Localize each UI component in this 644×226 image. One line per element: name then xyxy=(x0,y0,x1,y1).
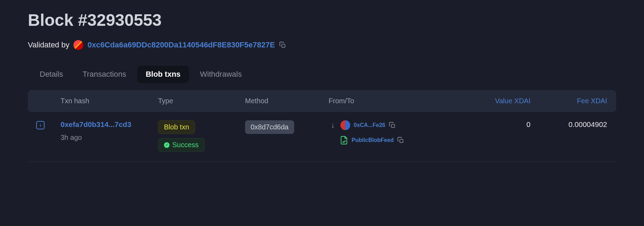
svg-rect-0 xyxy=(282,44,285,47)
status-label: Success xyxy=(172,141,199,149)
svg-point-1 xyxy=(40,124,41,125)
th-from-to: From/To xyxy=(329,97,461,105)
tab-details[interactable]: Details xyxy=(31,66,71,83)
check-icon: ✓ xyxy=(164,142,170,148)
time-ago: 3h ago xyxy=(61,134,158,142)
th-method: Method xyxy=(245,97,329,105)
copy-icon[interactable] xyxy=(397,137,404,144)
validated-by-label: Validated by xyxy=(28,40,69,50)
tab-transactions[interactable]: Transactions xyxy=(74,66,134,83)
validator-row: Validated by 0xc6Cda6a69DDc8200Da1140546… xyxy=(28,40,616,50)
contract-icon xyxy=(340,136,348,145)
tab-blob-txns[interactable]: Blob txns xyxy=(137,66,189,83)
info-icon[interactable] xyxy=(36,121,45,129)
svg-rect-3 xyxy=(391,125,394,128)
th-type: Type xyxy=(158,97,245,105)
from-blockie-icon xyxy=(340,120,350,130)
validator-blockie-icon xyxy=(73,40,83,50)
value-cell: 0 xyxy=(461,120,531,129)
th-value[interactable]: Value XDAI xyxy=(461,97,531,105)
arrow-down-icon: ↓ xyxy=(329,121,337,130)
tabs-container: Details Transactions Blob txns Withdrawa… xyxy=(28,66,616,83)
txn-hash-cell: 0xefa7d0b314...7cd3 3h ago xyxy=(61,120,158,142)
to-address-link[interactable]: PublicBlobFeed xyxy=(352,137,394,143)
svg-rect-2 xyxy=(40,125,41,127)
status-badge: ✓ Success xyxy=(158,138,205,152)
table-header: Txn hash Type Method From/To Value XDAI … xyxy=(28,90,616,112)
validator-address-link[interactable]: 0xc6Cda6a69DDc8200Da1140546dF8E830F5e782… xyxy=(87,40,275,50)
tab-withdrawals[interactable]: Withdrawals xyxy=(192,66,250,83)
th-txn-hash: Txn hash xyxy=(61,97,158,105)
to-address-row: PublicBlobFeed xyxy=(329,136,461,145)
page-title: Block #32930553 xyxy=(28,10,616,30)
copy-icon[interactable] xyxy=(279,42,286,48)
table-row: 0xefa7d0b314...7cd3 3h ago Blob txn ✓ Su… xyxy=(28,112,616,162)
th-fee[interactable]: Fee XDAI xyxy=(531,97,607,105)
txn-hash-link[interactable]: 0xefa7d0b314...7cd3 xyxy=(61,120,158,129)
type-badge: Blob txn xyxy=(158,120,195,134)
svg-rect-4 xyxy=(400,140,403,143)
fee-cell: 0.00004902 xyxy=(531,120,607,129)
table-container: Txn hash Type Method From/To Value XDAI … xyxy=(28,90,616,162)
from-address-link[interactable]: 0xCA...Fe26 xyxy=(354,122,385,128)
from-to-cell: ↓ 0xCA...Fe26 xyxy=(329,120,461,145)
method-badge: 0x8d7cd6da xyxy=(245,120,294,134)
type-cell: Blob txn ✓ Success xyxy=(158,120,245,152)
from-address-row: ↓ 0xCA...Fe26 xyxy=(329,120,461,130)
copy-icon[interactable] xyxy=(389,122,396,129)
